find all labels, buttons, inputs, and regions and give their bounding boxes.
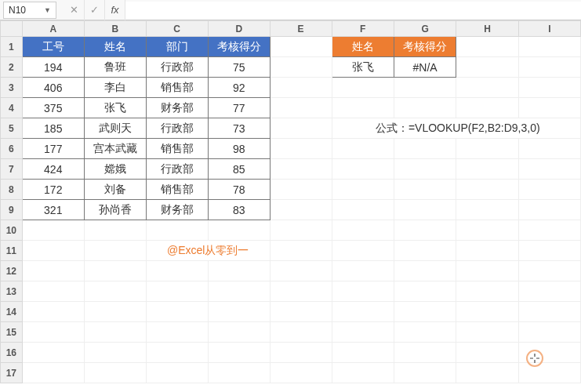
row-header-15[interactable]: 15 [1, 322, 23, 343]
cell-G15[interactable] [394, 322, 456, 343]
cell-F11[interactable] [332, 241, 394, 261]
cell-F10[interactable] [332, 220, 394, 241]
cell-A9[interactable]: 321 [22, 200, 84, 220]
cell-C16[interactable] [146, 343, 208, 363]
cell-G17[interactable] [394, 363, 456, 383]
row-header-7[interactable]: 7 [1, 159, 23, 180]
column-header-A[interactable]: A [22, 21, 84, 37]
cell-A12[interactable] [22, 261, 84, 281]
cell-F17[interactable] [332, 363, 394, 383]
cell-H1[interactable] [456, 37, 518, 57]
cell-A1[interactable]: 工号 [22, 37, 84, 57]
cell-D5[interactable]: 73 [208, 118, 270, 139]
cell-C1[interactable]: 部门 [146, 37, 208, 57]
row-header-16[interactable]: 16 [1, 343, 23, 363]
cell-C7[interactable]: 行政部 [146, 159, 208, 180]
column-header-B[interactable]: B [84, 21, 146, 37]
row-header-10[interactable]: 10 [1, 220, 23, 241]
cell-I1[interactable] [518, 37, 580, 57]
row-header-8[interactable]: 8 [1, 180, 23, 200]
cell-A17[interactable] [22, 363, 84, 383]
cell-B4[interactable]: 张飞 [84, 98, 146, 118]
cell-E6[interactable] [270, 139, 332, 159]
cell-I3[interactable] [518, 78, 580, 98]
cell-C13[interactable] [146, 281, 208, 302]
cell-E12[interactable] [270, 261, 332, 281]
cell-D2[interactable]: 75 [208, 57, 270, 78]
row-header-1[interactable]: 1 [1, 37, 23, 57]
cell-B12[interactable] [84, 261, 146, 281]
row-header-5[interactable]: 5 [1, 118, 23, 139]
cell-C10[interactable] [146, 220, 208, 241]
cell-A13[interactable] [22, 281, 84, 302]
cell-D15[interactable] [208, 322, 270, 343]
cell-H17[interactable] [456, 363, 518, 383]
cell-A10[interactable] [22, 220, 84, 241]
column-header-H[interactable]: H [456, 21, 518, 37]
cell-E15[interactable] [270, 322, 332, 343]
cell-E1[interactable] [270, 37, 332, 57]
cell-H4[interactable] [456, 98, 518, 118]
fx-button[interactable]: fx [105, 0, 125, 20]
name-box[interactable]: N10 ▼ [3, 2, 56, 19]
cell-B8[interactable]: 刘备 [84, 180, 146, 200]
cell-D4[interactable]: 77 [208, 98, 270, 118]
cell-E5[interactable] [270, 118, 332, 139]
cell-E14[interactable] [270, 302, 332, 322]
cell-H2[interactable] [456, 57, 518, 78]
cell-B10[interactable] [84, 220, 146, 241]
cell-G12[interactable] [394, 261, 456, 281]
cell-D9[interactable]: 83 [208, 200, 270, 220]
cell-D17[interactable] [208, 363, 270, 383]
cell-I14[interactable] [518, 302, 580, 322]
cell-H14[interactable] [456, 302, 518, 322]
cell-H15[interactable] [456, 322, 518, 343]
cell-G9[interactable] [394, 200, 456, 220]
cell-A16[interactable] [22, 343, 84, 363]
cell-B13[interactable] [84, 281, 146, 302]
formula-input[interactable] [125, 2, 581, 19]
cell-G8[interactable] [394, 180, 456, 200]
cancel-formula-button[interactable]: ✕ [64, 0, 85, 20]
cell-F3[interactable] [332, 78, 394, 98]
accept-formula-button[interactable]: ✓ [85, 0, 105, 20]
cell-B9[interactable]: 孙尚香 [84, 200, 146, 220]
cell-D14[interactable] [208, 302, 270, 322]
cell-C4[interactable]: 财务部 [146, 98, 208, 118]
cell-I2[interactable] [518, 57, 580, 78]
cell-E8[interactable] [270, 180, 332, 200]
cell-B15[interactable] [84, 322, 146, 343]
cell-C3[interactable]: 销售部 [146, 78, 208, 98]
cell-F8[interactable] [332, 180, 394, 200]
cell-F6[interactable] [332, 139, 394, 159]
row-header-13[interactable]: 13 [1, 281, 23, 302]
cell-F2[interactable]: 张飞 [332, 57, 394, 78]
cell-G6[interactable] [394, 139, 456, 159]
cell-H11[interactable] [456, 241, 518, 261]
cell-G4[interactable] [394, 98, 456, 118]
cell-G10[interactable] [394, 220, 456, 241]
cell-B16[interactable] [84, 343, 146, 363]
cell-C5[interactable]: 行政部 [146, 118, 208, 139]
cell-B2[interactable]: 鲁班 [84, 57, 146, 78]
cell-E3[interactable] [270, 78, 332, 98]
cell-C2[interactable]: 行政部 [146, 57, 208, 78]
cell-I15[interactable] [518, 322, 580, 343]
cell-G2[interactable]: #N/A [394, 57, 456, 78]
cell-A8[interactable]: 172 [22, 180, 84, 200]
cell-F4[interactable] [332, 98, 394, 118]
cell-B7[interactable]: 嫦娥 [84, 159, 146, 180]
cell-D13[interactable] [208, 281, 270, 302]
row-header-9[interactable]: 9 [1, 200, 23, 220]
cell-A14[interactable] [22, 302, 84, 322]
spreadsheet-grid[interactable]: ABCDEFGHI1工号姓名部门考核得分姓名考核得分2194鲁班行政部75张飞#… [0, 20, 581, 383]
cell-F1[interactable]: 姓名 [332, 37, 394, 57]
cell-H10[interactable] [456, 220, 518, 241]
cell-I10[interactable] [518, 220, 580, 241]
cell-H6[interactable] [456, 139, 518, 159]
cell-F13[interactable] [332, 281, 394, 302]
cell-I8[interactable] [518, 180, 580, 200]
cell-G13[interactable] [394, 281, 456, 302]
column-header-E[interactable]: E [270, 21, 332, 37]
cell-I11[interactable] [518, 241, 580, 261]
